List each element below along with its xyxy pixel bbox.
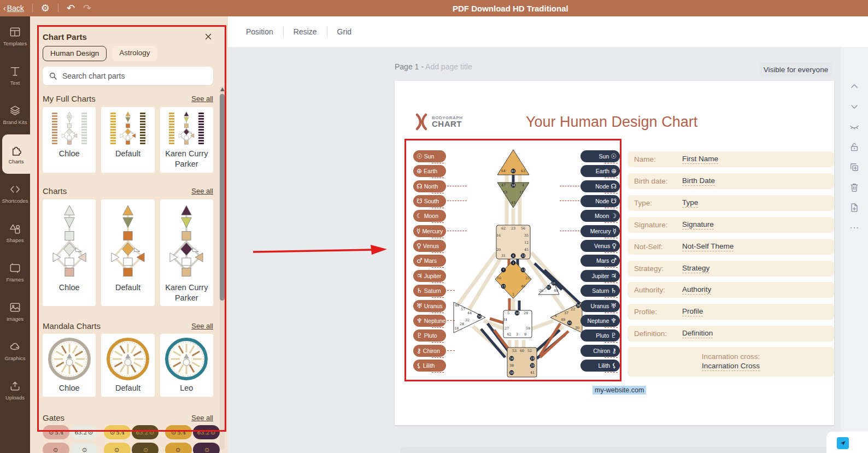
chart-card-chloe[interactable]: Chloe: [43, 334, 96, 397]
gate-placeholder-dash: [447, 290, 455, 291]
gate-chip[interactable]: ⊙5.4: [165, 425, 192, 439]
gate-number: 33: [521, 254, 525, 257]
undo-icon[interactable]: ↶: [67, 3, 75, 13]
close-icon[interactable]: [203, 32, 213, 42]
chart-name: Karen Curry Parker: [162, 283, 211, 303]
see-all-link[interactable]: See all: [191, 322, 213, 330]
planet-symbol: ☉: [611, 153, 617, 160]
incarnation-value: Incarnation Cross: [702, 362, 760, 371]
gate-chip-pair: ⊙⊙: [104, 443, 159, 453]
unlock-button[interactable]: [849, 142, 860, 152]
bodygraph-chart: 6461634724413114362235616351220453183317…: [448, 143, 588, 384]
see-all-link[interactable]: See all: [191, 95, 213, 103]
planet-label: South: [424, 198, 439, 204]
gate-number: 34: [503, 317, 507, 322]
section-header: GatesSee all: [43, 412, 213, 423]
sun-glyph: ⊙: [88, 429, 93, 436]
gate-placeholder-dash: [432, 178, 444, 178]
gate-number: 63: [521, 169, 525, 173]
toolbar-tab-position[interactable]: Position: [236, 27, 283, 36]
chart-card-karen-curry-parker[interactable]: Karen Curry Parker: [160, 107, 213, 173]
duplicate-button[interactable]: [849, 162, 860, 173]
gate-chip[interactable]: ⊙: [193, 443, 220, 453]
gate-chip[interactable]: ⊙: [132, 443, 159, 453]
chart-card-default[interactable]: Default: [101, 199, 154, 307]
gate-number: 31: [501, 254, 506, 258]
visibility-button[interactable]: Visible for everyone: [760, 62, 832, 77]
sidebar-item-frames[interactable]: Frames: [0, 252, 30, 292]
gate-chip[interactable]: ⊙: [71, 443, 97, 453]
chart-name: Chloe: [59, 149, 80, 159]
uploads-icon: [9, 380, 21, 392]
gate-chip[interactable]: ⊙: [43, 443, 69, 453]
gate-chip[interactable]: ⊙5.4: [43, 425, 69, 439]
toolbar-tab-grid[interactable]: Grid: [327, 27, 361, 36]
hide-button[interactable]: [849, 121, 860, 132]
sidebar-item-templates[interactable]: Templates: [0, 16, 30, 56]
tab-astrology[interactable]: Astrology: [112, 46, 157, 61]
chart-name: Chloe: [59, 383, 80, 393]
page-header[interactable]: Page 1 - Add page title: [395, 62, 472, 71]
sidebar-item-charts[interactable]: Charts: [2, 134, 30, 174]
sidebar-item-images[interactable]: Images: [0, 292, 30, 331]
chart-card-chloe[interactable]: Chloe: [43, 107, 96, 173]
document-page[interactable]: BODYGRAPH CHART Your Human Design Chart: [395, 81, 834, 425]
info-label: Not-Self:: [634, 243, 682, 251]
chart-thumbnail: [108, 203, 148, 280]
gate-placeholder-dash: [432, 193, 444, 193]
sidebar-item-graphics[interactable]: Graphics: [0, 331, 30, 370]
next-page-preview[interactable]: [400, 447, 831, 453]
gate-placeholder-dash: [605, 342, 618, 343]
chart-card-default[interactable]: Default: [101, 107, 154, 173]
gate-placeholder-dash: [432, 297, 444, 298]
page-title-placeholder[interactable]: Add page title: [425, 62, 472, 71]
more-button[interactable]: [849, 222, 860, 233]
info-row-name: Name:First Name: [627, 151, 834, 167]
right-action-rail: [841, 47, 868, 453]
mandala-thumbnail: [106, 337, 150, 381]
settings-gear-icon[interactable]: ⚙: [41, 3, 50, 13]
planet-label: Node: [595, 198, 609, 204]
gate-chip[interactable]: ⊙: [165, 443, 192, 453]
tab-human-design[interactable]: Human Design: [43, 46, 107, 61]
send-icon[interactable]: [837, 437, 849, 449]
gate-chip[interactable]: 63.2⊙: [193, 425, 220, 439]
info-row-strategy: Strategy:Strategy: [627, 261, 834, 276]
gate-number: 11: [519, 190, 524, 195]
back-button[interactable]: ‹ Back: [3, 4, 24, 13]
back-label: Back: [7, 4, 24, 13]
move-down-button[interactable]: [849, 101, 860, 112]
add-page-button[interactable]: [849, 202, 860, 213]
gate-placeholder-dash: [447, 320, 455, 321]
sidebar-item-shapes[interactable]: Shapes: [0, 213, 30, 252]
planet-symbol: ♅: [611, 303, 617, 309]
gate-chip[interactable]: ⊙5.4: [104, 425, 131, 439]
redo-icon[interactable]: ↷: [83, 3, 91, 13]
gate-number: 27: [505, 326, 509, 331]
website-link[interactable]: my-website.com: [593, 386, 646, 395]
chart-card-leo[interactable]: Leo: [160, 334, 213, 397]
planet-pill-right-saturn: Saturn♄: [580, 285, 620, 297]
sidebar-item-brand-kits[interactable]: Brand Kits: [0, 95, 30, 134]
gate-chip[interactable]: 63.2⊙: [132, 425, 159, 439]
gate-number: 14: [515, 311, 519, 315]
gate-chip[interactable]: 63.2⊙: [71, 425, 97, 439]
delete-button[interactable]: [849, 182, 860, 193]
search-input[interactable]: [62, 72, 208, 80]
info-value: Not-Self Theme: [682, 242, 734, 251]
sidebar-item-uploads[interactable]: Uploads: [0, 370, 30, 410]
gate-number: 22: [571, 307, 575, 311]
info-label: Birth date:: [634, 177, 682, 185]
sidebar-item-text[interactable]: Text: [0, 56, 30, 95]
panel-scrollbar-thumb[interactable]: [220, 94, 225, 301]
sidebar-item-shortcodes[interactable]: Shortcodes: [0, 174, 30, 213]
see-all-link[interactable]: See all: [191, 414, 213, 422]
toolbar-tab-resize[interactable]: Resize: [284, 27, 327, 36]
chart-card-default[interactable]: Default: [101, 334, 154, 397]
scroll-up-arrow[interactable]: [220, 87, 225, 91]
gate-chip[interactable]: ⊙: [104, 443, 131, 453]
move-up-button[interactable]: [849, 81, 860, 92]
chart-card-chloe[interactable]: Chloe: [43, 199, 96, 307]
chart-card-karen-curry-parker[interactable]: Karen Curry Parker: [160, 199, 213, 307]
see-all-link[interactable]: See all: [191, 187, 213, 195]
